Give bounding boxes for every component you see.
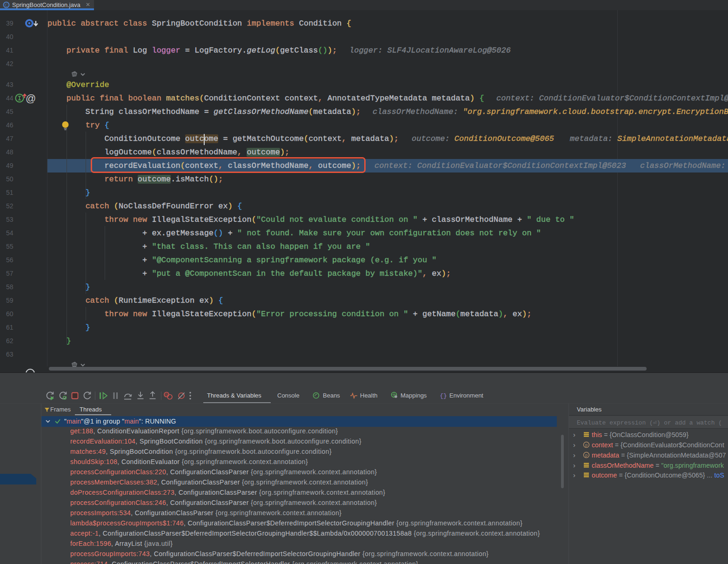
svg-text:p: p	[585, 443, 588, 447]
svg-text:C: C	[5, 3, 8, 7]
svg-text:{}: {}	[440, 392, 447, 399]
svg-text:p: p	[585, 453, 588, 458]
